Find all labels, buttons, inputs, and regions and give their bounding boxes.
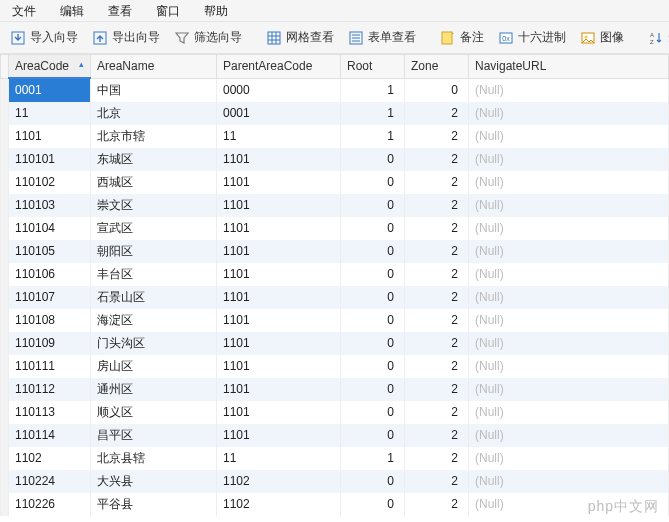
import-wizard-button[interactable]: 导入向导 [4,27,84,48]
cell[interactable]: 房山区 [91,355,217,378]
cell[interactable]: (Null) [469,148,669,171]
cell[interactable]: 0 [341,148,405,171]
cell[interactable]: 110114 [9,424,91,447]
cell[interactable]: 1101 [217,263,341,286]
cell[interactable]: (Null) [469,424,669,447]
cell[interactable]: 1 [341,125,405,148]
cell[interactable]: 1 [341,102,405,125]
cell[interactable]: 110111 [9,355,91,378]
cell[interactable]: 2 [405,102,469,125]
cell[interactable]: 0 [341,286,405,309]
table-row[interactable]: 110114昌平区110102(Null) [1,424,669,447]
cell[interactable]: 0 [341,424,405,447]
cell[interactable]: 110107 [9,286,91,309]
col-areaname[interactable]: AreaName [91,55,217,79]
col-areacode[interactable]: AreaCode [9,55,91,79]
cell[interactable]: 2 [405,493,469,516]
cell[interactable]: (Null) [469,102,669,125]
cell[interactable]: 北京 [91,102,217,125]
cell[interactable]: 0 [405,78,469,102]
col-zone[interactable]: Zone [405,55,469,79]
cell[interactable]: 门头沟区 [91,332,217,355]
cell[interactable]: 2 [405,401,469,424]
cell[interactable]: 北京市辖 [91,125,217,148]
cell[interactable]: 110106 [9,263,91,286]
cell[interactable]: 11 [217,447,341,470]
sort-asc-button[interactable]: AZ 升序排 [642,27,669,48]
cell[interactable]: 1101 [9,125,91,148]
table-row[interactable]: 1101北京市辖1112(Null) [1,125,669,148]
cell[interactable]: (Null) [469,217,669,240]
cell[interactable]: (Null) [469,447,669,470]
cell[interactable]: 110112 [9,378,91,401]
cell[interactable]: 0001 [217,102,341,125]
cell[interactable]: 0 [341,240,405,263]
table-row[interactable]: 110106丰台区110102(Null) [1,263,669,286]
cell[interactable]: 0 [341,355,405,378]
cell[interactable]: (Null) [469,286,669,309]
table-row[interactable]: 110108海淀区110102(Null) [1,309,669,332]
cell[interactable]: (Null) [469,355,669,378]
cell[interactable]: 0000 [217,78,341,102]
table-row[interactable]: 11北京000112(Null) [1,102,669,125]
cell[interactable]: 2 [405,148,469,171]
cell[interactable]: 0 [341,493,405,516]
table-row[interactable]: 110102西城区110102(Null) [1,171,669,194]
col-root[interactable]: Root [341,55,405,79]
cell[interactable]: 崇文区 [91,194,217,217]
table-row[interactable]: 110103崇文区110102(Null) [1,194,669,217]
col-parent[interactable]: ParentAreaCode [217,55,341,79]
table-row[interactable]: 110104宣武区110102(Null) [1,217,669,240]
cell[interactable]: 0 [341,194,405,217]
cell[interactable]: 110113 [9,401,91,424]
cell[interactable]: 1102 [9,447,91,470]
cell[interactable]: 110101 [9,148,91,171]
cell[interactable]: 2 [405,263,469,286]
cell[interactable]: 0 [341,378,405,401]
filter-wizard-button[interactable]: 筛选向导 [168,27,248,48]
table-row[interactable]: 110101东城区110102(Null) [1,148,669,171]
cell[interactable]: 东城区 [91,148,217,171]
cell[interactable]: 石景山区 [91,286,217,309]
cell[interactable]: 北京县辖 [91,447,217,470]
hex-button[interactable]: 0x 十六进制 [492,27,572,48]
cell[interactable]: 0 [341,332,405,355]
cell[interactable]: 1101 [217,332,341,355]
cell[interactable]: (Null) [469,493,669,516]
cell[interactable]: 110109 [9,332,91,355]
cell[interactable]: 0 [341,309,405,332]
table-row[interactable]: 110113顺义区110102(Null) [1,401,669,424]
cell[interactable]: 0001 [9,78,91,102]
cell[interactable]: (Null) [469,378,669,401]
menu-help[interactable]: 帮助 [192,0,240,22]
cell[interactable]: (Null) [469,171,669,194]
cell[interactable]: (Null) [469,470,669,493]
cell[interactable]: 1101 [217,171,341,194]
cell[interactable]: 1102 [217,493,341,516]
cell[interactable]: 海淀区 [91,309,217,332]
cell[interactable]: 2 [405,171,469,194]
cell[interactable]: (Null) [469,263,669,286]
cell[interactable]: 西城区 [91,171,217,194]
cell[interactable]: (Null) [469,194,669,217]
cell[interactable]: 110104 [9,217,91,240]
cell[interactable]: 2 [405,309,469,332]
cell[interactable]: 中国 [91,78,217,102]
cell[interactable]: 1101 [217,309,341,332]
cell[interactable]: 110102 [9,171,91,194]
cell[interactable]: 11 [9,102,91,125]
cell[interactable]: 大兴县 [91,470,217,493]
cell[interactable]: 2 [405,470,469,493]
cell[interactable]: 顺义区 [91,401,217,424]
cell[interactable]: 朝阳区 [91,240,217,263]
cell[interactable]: (Null) [469,125,669,148]
cell[interactable]: 1 [341,447,405,470]
cell[interactable]: 0 [341,171,405,194]
cell[interactable]: 2 [405,378,469,401]
cell[interactable]: 2 [405,424,469,447]
cell[interactable]: 1101 [217,217,341,240]
cell[interactable]: 2 [405,194,469,217]
menu-window[interactable]: 窗口 [144,0,192,22]
cell[interactable]: (Null) [469,309,669,332]
table-row[interactable]: 110226平谷县110202(Null) [1,493,669,516]
